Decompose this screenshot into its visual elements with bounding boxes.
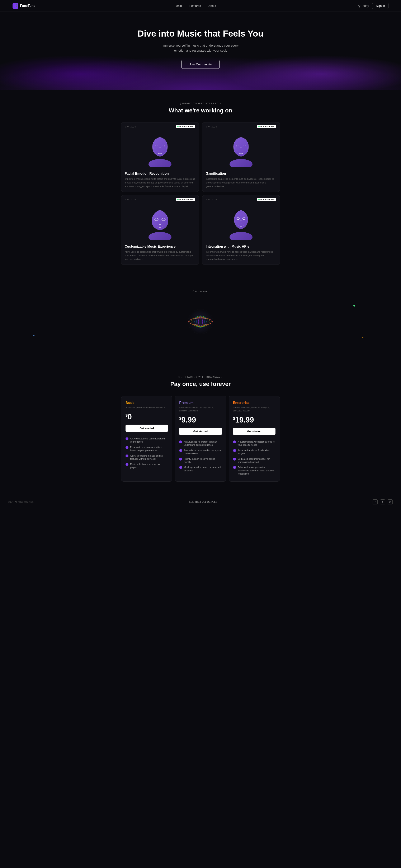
status-dot-1 <box>258 126 260 127</box>
card-content-2: Customizable Music Experience Allow user… <box>121 241 199 265</box>
card-status-2: IN PROGRESS <box>176 198 195 201</box>
check-icon: ✓ <box>179 466 182 469</box>
card-title-3: Integration with Music APIs <box>206 245 276 248</box>
feature-basic-3: ✓Music selection from your own playlist <box>126 462 168 470</box>
card-desc-0: Implement machine learning to detect and… <box>125 177 195 188</box>
feature-list-enterprise: ✓A customizable AI chatbot tailored to y… <box>233 439 275 477</box>
card-title-2: Customizable Music Experience <box>125 245 195 248</box>
card-desc-1: Incorporate game-like elements such as b… <box>206 177 276 188</box>
card-content-0: Facial Emotion Recognition Implement mac… <box>121 168 199 192</box>
plan-name-premium: Premium <box>179 401 222 405</box>
features-label: READY TO GET STARTED <box>8 102 393 105</box>
card-header-3: MAY 2025 IN PROGRESS <box>202 195 280 204</box>
feature-list-basic: ✓An AI chatbot that can understand your … <box>126 436 168 470</box>
feature-enterprise-3: ✓Enhanced music generation capabilities … <box>233 465 275 476</box>
feature-premium-0: ✓An advanced AI chatbot that can underst… <box>179 439 222 448</box>
feature-basic-0: ✓An AI chatbot that can understand your … <box>126 436 168 445</box>
globe-svg <box>186 307 215 336</box>
get-started-premium[interactable]: Get started <box>179 428 222 435</box>
nav-about[interactable]: About <box>208 4 216 7</box>
feature-enterprise-1: ✓Advanced analytics for detailed insight… <box>233 448 275 456</box>
logo-text: FaceTune <box>20 4 35 8</box>
face-illustration-3 <box>202 204 280 241</box>
card-date-2: MAY 2025 <box>125 198 136 201</box>
check-icon: ✓ <box>126 455 128 457</box>
join-community-button[interactable]: Join Community <box>181 60 220 69</box>
footer-details-link[interactable]: SEE THE FULL DETAILS <box>189 500 218 503</box>
feature-enterprise-2: ✓Dedicated account manager for personali… <box>233 456 275 465</box>
card-desc-3: Integrate with music APIs to access user… <box>206 250 276 261</box>
check-icon: ✓ <box>233 449 236 452</box>
card-status-1: IN PROGRESS <box>257 125 276 128</box>
features-grid: MAY 2025 IN PROGRESS <box>121 122 280 265</box>
get-started-enterprise[interactable]: Get started <box>233 428 275 435</box>
plan-price-enterprise: $19.99 <box>233 415 275 424</box>
accent-dot-2 <box>33 335 34 336</box>
accent-dot-3 <box>362 337 363 338</box>
card-date-3: MAY 2025 <box>206 198 217 201</box>
nav-actions: Try Today Sign In <box>356 3 389 9</box>
feature-card-3: MAY 2025 IN PROGRESS <box>202 195 280 265</box>
pricing-title: Pay once, use forever <box>8 381 393 388</box>
roadmap-section: Our roadmap <box>0 277 401 363</box>
get-started-basic[interactable]: Get started <box>126 425 168 432</box>
card-desc-2: Allow users to personalize their music e… <box>125 250 195 261</box>
card-date-0: MAY 2025 <box>125 126 136 128</box>
accent-dot-1 <box>354 305 355 307</box>
roadmap-label: Our roadmap <box>8 290 393 292</box>
card-content-1: Gamification Incorporate game-like eleme… <box>202 168 280 192</box>
pricing-grid: Basic AI chatbot, personalized recommend… <box>121 396 280 482</box>
footer-socials: f t in <box>373 499 393 504</box>
feature-card-0: MAY 2025 IN PROGRESS <box>121 122 199 192</box>
svg-point-22 <box>148 232 171 240</box>
card-status-0: IN PROGRESS <box>176 125 195 128</box>
hero-section: Dive into Music that Feels You Immerse y… <box>0 12 401 90</box>
plan-desc-basic: AI chatbot, personalized recommendations <box>126 406 168 409</box>
check-icon: ✓ <box>179 458 182 461</box>
pricing-card-basic: Basic AI chatbot, personalized recommend… <box>121 396 172 482</box>
face-illustration-1 <box>202 131 280 168</box>
nav-main[interactable]: Main <box>176 4 182 7</box>
features-title: What we're working on <box>8 107 393 114</box>
plan-name-enterprise: Enterprise <box>233 401 275 405</box>
nav-try[interactable]: Try Today <box>356 4 369 7</box>
nav-features[interactable]: Features <box>190 4 201 7</box>
card-title-0: Facial Emotion Recognition <box>125 172 195 176</box>
feature-card-1: MAY 2025 IN PROGRESS <box>202 122 280 192</box>
svg-point-36 <box>188 309 213 334</box>
feature-premium-2: ✓Priority support to solve issues quickl… <box>179 456 222 465</box>
card-header-2: MAY 2025 IN PROGRESS <box>121 195 199 204</box>
logo[interactable]: 🎵 FaceTune <box>12 3 35 9</box>
social-facebook-icon[interactable]: f <box>373 499 378 504</box>
card-header-1: MAY 2025 IN PROGRESS <box>202 122 280 131</box>
footer-copyright: 2024. All rights reserved. <box>8 501 34 503</box>
check-icon: ✓ <box>233 458 236 461</box>
check-icon: ✓ <box>179 449 182 452</box>
svg-point-29 <box>230 232 253 240</box>
check-icon: ✓ <box>179 440 182 443</box>
status-dot-0 <box>177 126 178 127</box>
plan-desc-premium: Advanced AI chatbot, priority support, a… <box>179 406 222 412</box>
feature-premium-3: ✓Music generation based on detected emot… <box>179 465 222 473</box>
status-dot-3 <box>258 199 260 200</box>
nav-links: Main Features About <box>176 4 216 7</box>
pricing-section: GET STARTED WITH BRAINWAVE Pay once, use… <box>0 363 401 494</box>
plan-desc-enterprise: Custom AI chatbot, advanced analytics, d… <box>233 406 275 412</box>
svg-point-0 <box>148 159 171 167</box>
social-twitter-icon[interactable]: t <box>380 499 385 504</box>
status-dot-2 <box>177 199 178 200</box>
features-section: READY TO GET STARTED What we're working … <box>0 90 401 277</box>
navbar: 🎵 FaceTune Main Features About Try Today… <box>0 0 401 12</box>
hero-title: Dive into Music that Feels You <box>4 28 397 39</box>
feature-basic-1: ✓Personalized recommendations based on y… <box>126 445 168 453</box>
face-illustration-2 <box>121 204 199 241</box>
footer: 2024. All rights reserved. SEE THE FULL … <box>0 494 401 509</box>
feature-basic-2: ✓Ability to explore the app and its feat… <box>126 453 168 462</box>
signin-button[interactable]: Sign In <box>372 3 389 9</box>
check-icon: ✓ <box>126 437 128 440</box>
feature-card-2: MAY 2025 IN PROGRESS <box>121 195 199 265</box>
social-linkedin-icon[interactable]: in <box>388 499 393 504</box>
face-illustration-0 <box>121 131 199 168</box>
pricing-card-enterprise: Enterprise Custom AI chatbot, advanced a… <box>229 396 280 482</box>
feature-enterprise-0: ✓A customizable AI chatbot tailored to y… <box>233 439 275 448</box>
